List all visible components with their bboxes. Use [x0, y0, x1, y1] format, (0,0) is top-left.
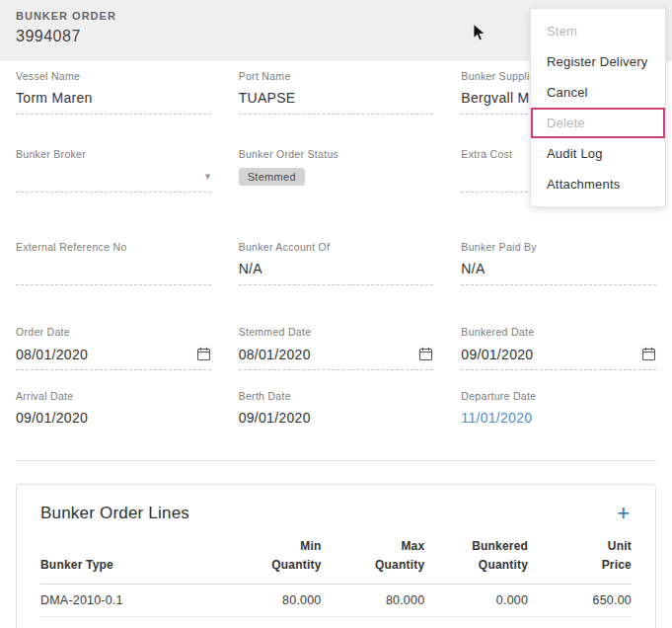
field-value: 09/01/2020 [239, 410, 434, 427]
cell-unit-price: 650.00 [528, 585, 632, 617]
field-label: Arrival Date [16, 390, 211, 402]
calendar-icon[interactable] [418, 347, 433, 361]
col-max-quantity: MaxQuantity [322, 537, 425, 585]
cell-bunkered-quantity: 0.000 [424, 617, 528, 628]
cell-bunker-type: RMG380-2010-3.5 [40, 617, 218, 628]
col-unit-price: UnitPrice [528, 537, 632, 585]
field-value: 09/01/2020 [461, 347, 533, 362]
field-bunker-order-status: Bunker Order Status Stemmed [239, 148, 434, 193]
form-row-4: Order Date 08/01/2020 Stemmed Date 08/01… [16, 326, 656, 370]
field-bunker-account-of[interactable]: Bunker Account Of N/A [239, 241, 434, 285]
menu-item-audit-log[interactable]: Audit Log [531, 138, 665, 169]
field-value: N/A [461, 261, 656, 277]
form-row-5: Arrival Date 09/01/2020 Berth Date 09/01… [16, 390, 656, 433]
menu-item-stem: Stem [531, 16, 665, 46]
field-stemmed-date[interactable]: Stemmed Date 08/01/2020 [239, 326, 434, 370]
field-label: External Reference No [16, 241, 211, 253]
field-label: Departure Date [461, 390, 656, 402]
field-bunkered-date[interactable]: Bunkered Date 09/01/2020 [461, 326, 656, 370]
field-value: Torm Maren [16, 90, 211, 107]
cell-min-quantity: 80.000 [218, 585, 322, 617]
table-row[interactable]: RMG380-2010-3.5 700.000 700.000 0.000 45… [40, 617, 632, 628]
menu-item-delete: Delete [531, 108, 665, 138]
cell-max-quantity: 700.000 [322, 617, 425, 628]
cell-bunkered-quantity: 0.000 [424, 585, 528, 617]
field-arrival-date: Arrival Date 09/01/2020 [16, 390, 211, 433]
col-min-quantity: MinQuantity [218, 537, 322, 585]
field-label: Bunker Order Status [239, 148, 434, 160]
add-order-line-button[interactable]: + [615, 503, 632, 524]
table-header-row: Bunker Type MinQuantity MaxQuantity Bunk… [40, 537, 632, 585]
field-value: 08/01/2020 [16, 347, 88, 362]
field-value: N/A [239, 261, 434, 277]
field-label: Port Name [239, 70, 434, 82]
field-vessel-name[interactable]: Vessel Name Torm Maren [16, 70, 211, 115]
status-badge: Stemmed [239, 168, 305, 186]
field-departure-date: Departure Date 11/01/2020 [461, 390, 656, 433]
field-label: Bunker Account Of [239, 241, 434, 253]
chevron-down-icon[interactable]: ▾ [205, 171, 211, 182]
field-value [16, 261, 211, 277]
field-port-name[interactable]: Port Name TUAPSE [239, 70, 434, 115]
menu-item-attachments[interactable]: Attachments [531, 169, 665, 199]
field-value: 09/01/2020 [16, 410, 211, 427]
field-external-reference-no[interactable]: External Reference No [16, 241, 211, 285]
cell-unit-price: 450.00 [528, 617, 632, 628]
field-label: Bunkered Date [461, 326, 656, 338]
form-row-3: External Reference No Bunker Account Of … [16, 241, 656, 285]
field-value: TUAPSE [239, 90, 434, 107]
field-order-date[interactable]: Order Date 08/01/2020 [16, 326, 211, 370]
field-label: Vessel Name [16, 70, 211, 82]
field-label: Bunker Broker [16, 148, 211, 160]
departure-date-link[interactable]: 11/01/2020 [461, 410, 656, 427]
cell-max-quantity: 80.000 [322, 585, 425, 617]
section-divider [16, 460, 656, 461]
field-bunker-broker[interactable]: Bunker Broker ▾ [16, 148, 211, 193]
menu-item-register-delivery[interactable]: Register Delivery [531, 46, 665, 77]
context-menu: Stem Register Delivery Cancel Delete Aud… [530, 8, 666, 207]
cell-min-quantity: 700.000 [218, 617, 322, 628]
calendar-icon[interactable] [641, 347, 656, 361]
menu-item-cancel[interactable]: Cancel [531, 77, 665, 108]
order-lines-table: Bunker Type MinQuantity MaxQuantity Bunk… [40, 537, 632, 628]
table-row[interactable]: DMA-2010-0.1 80.000 80.000 0.000 650.00 [40, 585, 632, 617]
calendar-icon[interactable] [196, 347, 211, 361]
field-berth-date: Berth Date 09/01/2020 [239, 390, 434, 433]
cell-bunker-type: DMA-2010-0.1 [40, 585, 218, 617]
col-bunkered-quantity: BunkeredQuantity [424, 537, 528, 585]
bunker-order-lines-card: Bunker Order Lines + Bunker Type MinQuan… [16, 484, 656, 628]
field-bunker-paid-by[interactable]: Bunker Paid By N/A [461, 241, 656, 285]
col-bunker-type: Bunker Type [40, 537, 218, 585]
field-label: Berth Date [239, 390, 434, 402]
field-value: 08/01/2020 [239, 347, 311, 362]
field-label: Bunker Paid By [461, 241, 656, 253]
card-title: Bunker Order Lines [40, 504, 189, 523]
field-label: Order Date [16, 326, 211, 338]
field-label: Stemmed Date [239, 326, 434, 338]
